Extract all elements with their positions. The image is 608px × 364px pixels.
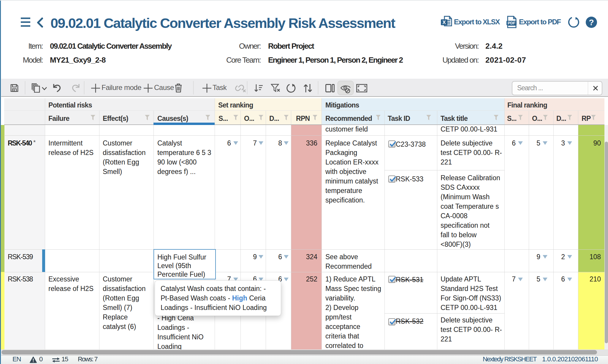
svg-text:PDF: PDF xyxy=(508,21,515,25)
svg-text:X: X xyxy=(442,20,446,25)
svg-text:?: ? xyxy=(589,18,594,27)
